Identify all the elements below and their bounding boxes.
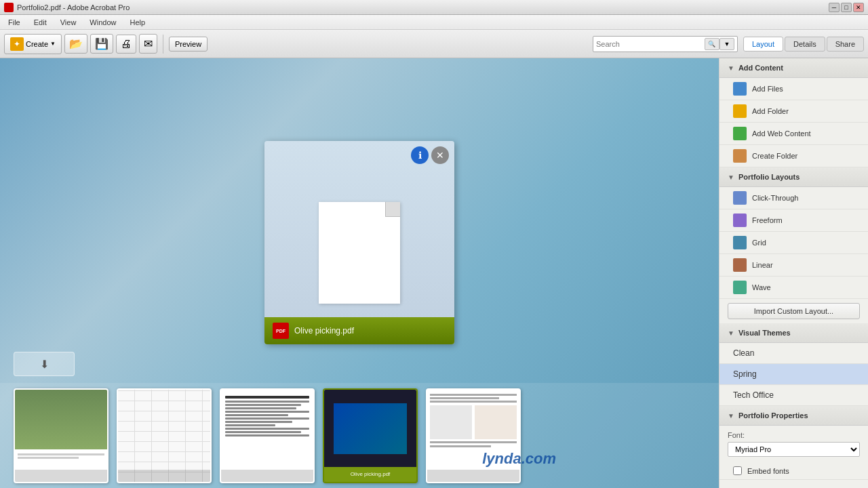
portfolio-layouts-arrow: ▼ <box>728 174 734 181</box>
document-card: ℹ ✕ PDF Olive picking.pdf <box>264 141 454 344</box>
menu-view[interactable]: View <box>55 17 82 28</box>
clean-theme[interactable]: Clean <box>719 343 868 364</box>
create-label: Create <box>26 40 48 48</box>
right-panel: ▼ Add Content Add Files Add Folder Add W… <box>719 58 868 488</box>
freeform-icon <box>733 214 747 227</box>
save-icon: 💾 <box>95 37 108 50</box>
menu-window[interactable]: Window <box>84 17 121 28</box>
preview-button[interactable]: Preview <box>169 37 208 52</box>
add-files-label: Add Files <box>752 85 783 93</box>
add-content-title: Add Content <box>738 64 783 72</box>
embed-fonts-item[interactable]: Embed fonts <box>719 462 868 480</box>
thumbnail-5[interactable] <box>426 388 521 483</box>
active-thumb-label: Olive picking.pdf <box>351 471 391 477</box>
click-through-icon <box>733 191 747 205</box>
create-button[interactable]: ✦ Create ▼ <box>4 34 62 54</box>
add-folder-item[interactable]: Add Folder <box>719 100 868 123</box>
toolbar: ✦ Create ▼ 📂 💾 🖨 ✉ Preview 🔍 ▼ Layout De… <box>0 30 868 58</box>
view-tabs: Layout Details Share <box>743 37 864 52</box>
wave-icon <box>733 281 747 294</box>
create-folder-label: Create Folder <box>752 152 797 160</box>
spring-theme[interactable]: Spring <box>719 364 868 385</box>
window-controls: ─ □ ✕ <box>829 3 864 12</box>
thumbnail-2[interactable] <box>117 388 212 483</box>
import-layout-button[interactable]: Import Custom Layout... <box>728 303 860 319</box>
title-bar: Portfolio2.pdf - Adobe Acrobat Pro ─ □ ✕ <box>0 0 868 15</box>
tab-details[interactable]: Details <box>785 37 825 52</box>
add-folder-icon <box>733 104 747 118</box>
spring-theme-label: Spring <box>733 369 757 379</box>
menu-file[interactable]: File <box>3 17 26 28</box>
close-button[interactable]: ✕ <box>853 3 864 12</box>
open-icon: 📂 <box>69 37 83 50</box>
thumbnail-4[interactable]: Olive picking.pdf <box>323 388 418 483</box>
grid-item[interactable]: Grid <box>719 232 868 254</box>
search-box: 🔍 ▼ <box>593 36 738 52</box>
portfolio-layouts-header[interactable]: ▼ Portfolio Layouts <box>719 167 868 187</box>
font-select[interactable]: Myriad Pro <box>728 442 860 457</box>
click-through-label: Click-Through <box>752 194 798 202</box>
menu-bar: File Edit View Window Help <box>0 15 868 30</box>
doc-filename: Olive picking.pdf <box>294 326 354 336</box>
open-button[interactable]: 📂 <box>64 34 87 54</box>
menu-help[interactable]: Help <box>124 17 151 28</box>
create-dropdown-arrow: ▼ <box>50 41 56 47</box>
portfolio-properties-arrow: ▼ <box>728 412 734 420</box>
tab-share[interactable]: Share <box>827 37 864 52</box>
doc-delete-button[interactable]: ✕ <box>431 146 449 164</box>
menu-edit[interactable]: Edit <box>28 17 52 28</box>
visual-themes-arrow: ▼ <box>728 329 734 337</box>
print-button[interactable]: 🖨 <box>116 35 136 54</box>
add-content-header[interactable]: ▼ Add Content <box>719 58 868 78</box>
thumbnails-strip: Olive picking.pdf <box>0 383 719 488</box>
add-web-item[interactable]: Add Web Content <box>719 123 868 145</box>
preview-label: Preview <box>175 40 201 48</box>
tech-office-theme-label: Tech Office <box>733 390 774 400</box>
tech-office-theme[interactable]: Tech Office <box>719 385 868 406</box>
font-label: Font: <box>728 431 860 439</box>
wave-label: Wave <box>752 283 771 291</box>
linear-label: Linear <box>752 261 773 269</box>
maximize-button[interactable]: □ <box>841 3 852 12</box>
click-through-item[interactable]: Click-Through <box>719 187 868 209</box>
add-web-label: Add Web Content <box>752 129 811 138</box>
create-folder-item[interactable]: Create Folder <box>719 145 868 167</box>
grid-label: Grid <box>752 239 766 247</box>
search-button[interactable]: 🔍 <box>705 38 719 50</box>
linear-item[interactable]: Linear <box>719 254 868 277</box>
save-button[interactable]: 💾 <box>90 34 113 54</box>
main-area: ℹ ✕ PDF Olive picking.pdf ⬇ <box>0 58 868 488</box>
email-icon: ✉ <box>144 37 153 50</box>
scroll-button[interactable]: ⬇ <box>14 352 75 376</box>
create-folder-icon <box>733 149 747 163</box>
scroll-down-icon: ⬇ <box>40 358 49 371</box>
email-button[interactable]: ✉ <box>139 34 157 54</box>
window-title: Portfolio2.pdf - Adobe Acrobat Pro <box>17 3 829 12</box>
font-section: Font: Myriad Pro <box>719 426 868 462</box>
add-files-item[interactable]: Add Files <box>719 78 868 100</box>
freeform-item[interactable]: Freeform <box>719 209 868 232</box>
visual-themes-header[interactable]: ▼ Visual Themes <box>719 323 868 343</box>
thumbnail-3[interactable] <box>220 388 315 483</box>
toolbar-right: 🔍 ▼ Layout Details Share <box>593 36 864 52</box>
portfolio-properties-title: Portfolio Properties <box>738 411 808 420</box>
pdf-icon: PDF <box>273 323 289 339</box>
search-options-button[interactable]: ▼ <box>719 38 734 50</box>
grid-icon <box>733 236 747 249</box>
search-input[interactable] <box>596 40 705 48</box>
add-files-icon <box>733 82 747 96</box>
portfolio-properties-header[interactable]: ▼ Portfolio Properties <box>719 406 868 426</box>
thumbnail-1[interactable] <box>14 388 108 483</box>
wave-item[interactable]: Wave <box>719 277 868 299</box>
create-icon: ✦ <box>10 37 24 51</box>
doc-info-button[interactable]: ℹ <box>411 146 429 164</box>
minimize-button[interactable]: ─ <box>829 3 840 12</box>
document-page <box>319 202 400 304</box>
tab-layout[interactable]: Layout <box>743 37 783 52</box>
print-icon: 🖨 <box>121 38 132 50</box>
document-label: PDF Olive picking.pdf <box>264 317 454 344</box>
embed-fonts-checkbox[interactable] <box>733 466 742 475</box>
add-folder-label: Add Folder <box>752 107 789 115</box>
linear-icon <box>733 258 747 272</box>
portfolio-layouts-title: Portfolio Layouts <box>738 173 800 181</box>
